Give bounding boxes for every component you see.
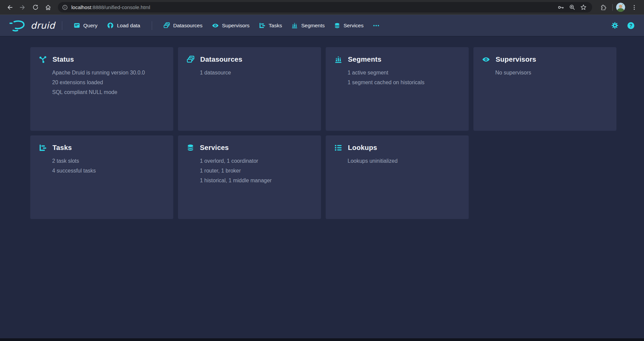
datasources-icon [164, 22, 170, 29]
nav-item-query[interactable]: Query [69, 15, 102, 36]
nav-label: Supervisors [222, 23, 250, 29]
supervisors-card[interactable]: Supervisors No supervisors [473, 47, 616, 131]
lookups-card[interactable]: Lookups Lookups uninitialized [326, 135, 469, 219]
settings-gear-icon[interactable] [608, 19, 621, 32]
card-title: Status [52, 55, 74, 63]
card-title: Datasources [200, 55, 242, 63]
timeline-bar-chart-icon [291, 22, 298, 29]
card-title: Tasks [52, 144, 72, 152]
site-info-icon[interactable] [62, 4, 68, 10]
nav-item-segments[interactable]: Segments [287, 15, 329, 36]
extensions-puzzle-icon[interactable] [598, 2, 609, 13]
profile-avatar[interactable] [616, 3, 625, 12]
upload-icon [107, 22, 114, 29]
properties-icon [334, 144, 342, 152]
segments-line: 1 active segment [348, 68, 460, 78]
card-title: Segments [348, 55, 382, 63]
console-icon [74, 22, 80, 29]
status-line: 20 extensions loaded [52, 78, 165, 87]
nav-label: Segments [301, 23, 325, 29]
eye-icon [212, 22, 219, 29]
supervisors-line: No supervisors [495, 68, 608, 78]
services-line: 1 overlord, 1 coordinator [200, 156, 312, 166]
home-cards-grid: Status Apache Druid is running version 3… [0, 36, 644, 219]
status-line: SQL compliant NULL mode [52, 87, 165, 97]
druid-navbar: druid Query Load data [0, 15, 644, 36]
browser-actions [596, 2, 640, 13]
services-line: 1 router, 1 broker [200, 166, 312, 176]
home-icon[interactable] [42, 2, 54, 13]
help-icon[interactable]: ? [624, 19, 637, 32]
nav-divider [62, 21, 62, 30]
segments-line: 1 segment cached on historicals [348, 78, 460, 87]
nav-item-datasources[interactable]: Datasources [159, 15, 207, 36]
nav-label: Datasources [173, 23, 203, 29]
nav-item-load-data[interactable]: Load data [102, 15, 145, 36]
database-icon [187, 144, 194, 151]
nav-divider [152, 21, 152, 30]
timeline-bar-chart-icon [334, 56, 342, 63]
nav-more-icon[interactable] [368, 15, 384, 36]
card-title: Lookups [348, 144, 377, 152]
services-card[interactable]: Services 1 overlord, 1 coordinator 1 rou… [178, 135, 321, 219]
services-line: 1 historical, 1 middle manager [200, 176, 312, 185]
bottom-strip [0, 338, 644, 341]
status-line: Apache Druid is running version 30.0.0 [52, 68, 165, 78]
tasks-line: 2 task slots [52, 156, 165, 166]
nav-item-tasks[interactable]: Tasks [254, 15, 287, 36]
nav-label: Tasks [269, 23, 282, 29]
tasks-card[interactable]: Tasks 2 task slots 4 successful tasks [30, 135, 173, 219]
nav-label: Load data [117, 23, 140, 29]
nav-item-supervisors[interactable]: Supervisors [207, 15, 254, 36]
nav-item-services[interactable]: Services [329, 15, 368, 36]
lookups-line: Lookups uninitialized [348, 156, 460, 166]
card-title: Services [200, 144, 229, 152]
segments-card[interactable]: Segments 1 active segment 1 segment cach… [326, 47, 469, 131]
browser-toolbar: localhost:8888/unified-console.html [0, 0, 644, 15]
gantt-chart-icon [39, 144, 47, 152]
back-icon[interactable] [4, 2, 15, 13]
reload-icon[interactable] [30, 2, 41, 13]
status-card[interactable]: Status Apache Druid is running version 3… [30, 47, 173, 131]
passwords-key-icon[interactable] [558, 4, 564, 11]
gantt-chart-icon [259, 22, 265, 29]
url-bar[interactable]: localhost:8888/unified-console.html [58, 2, 592, 12]
database-icon [334, 23, 340, 29]
nav-label: Services [344, 23, 363, 29]
svg-text:?: ? [630, 23, 633, 28]
eye-icon [482, 56, 490, 63]
forward-icon[interactable] [17, 2, 28, 13]
datasources-card[interactable]: Datasources 1 datasource [178, 47, 321, 131]
nav-label: Query [83, 23, 98, 29]
graph-icon [39, 56, 47, 63]
datasources-line: 1 datasource [200, 68, 312, 78]
browser-menu-icon[interactable] [629, 2, 640, 13]
brand-name: druid [31, 20, 55, 31]
toolbar-separator [612, 4, 613, 11]
zoom-icon[interactable] [569, 4, 575, 10]
url-text: localhost:8888/unified-console.html [71, 4, 554, 10]
druid-logo[interactable]: druid [9, 20, 55, 32]
druid-swirl-icon [9, 20, 26, 32]
datasources-icon [187, 56, 194, 63]
tasks-line: 4 successful tasks [52, 166, 165, 176]
bookmark-star-icon[interactable] [580, 4, 587, 11]
card-title: Supervisors [496, 55, 536, 63]
